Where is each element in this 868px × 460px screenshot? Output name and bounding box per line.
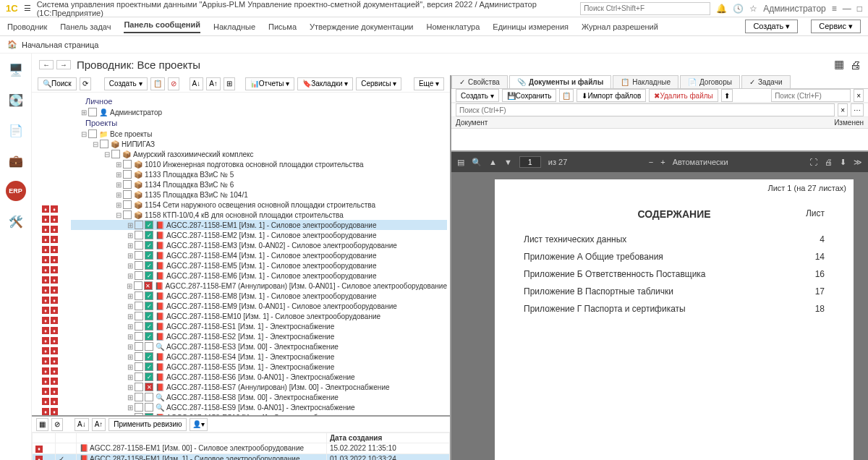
rt-icon[interactable]: 📋 <box>559 89 574 102</box>
search2-clear[interactable]: × <box>838 103 848 116</box>
pdf-icon[interactable]: ♦ <box>42 347 49 354</box>
tree-folder[interactable]: ⊞📦1010 Инженерная подготовка основной пл… <box>71 159 447 169</box>
tree-doc[interactable]: ⊞✓📕AGCC.287-1158-ES4 [Изм. 1] - Электрос… <box>71 352 447 362</box>
nav-forward[interactable]: → <box>56 60 71 69</box>
pdf-icon[interactable]: ♦ <box>42 357 49 365</box>
rtab-invoices[interactable]: 📋 Накладные <box>613 75 678 88</box>
pdf-zoom-out[interactable]: − <box>649 158 653 166</box>
pdf-icon[interactable]: ♦ <box>42 327 49 334</box>
create-dropdown[interactable]: Создать ▾ <box>104 77 148 90</box>
pdf-icon[interactable]: ♦ <box>51 357 58 365</box>
pdf-icon[interactable]: ♦ <box>42 226 49 233</box>
tree-folder[interactable]: ⊞📦1133 Площадка ВЗиС № 5 <box>71 169 447 179</box>
nav-back[interactable]: ← <box>39 60 54 69</box>
pdf-icon[interactable]: ♦ <box>42 216 49 223</box>
service-button[interactable]: Сервис ▾ <box>811 20 861 33</box>
tree-doc[interactable]: ⊞✓📕AGCC.287-1158-EM9 [Изм. 0-AN01] - Сил… <box>71 301 447 311</box>
pdf-icon[interactable]: ♦ <box>51 398 58 405</box>
view-icon-1[interactable]: ▦ <box>834 58 844 71</box>
tree-doc[interactable]: ⊞✓📕AGCC.287-1158-EM5 [Изм. 1] - Силовое … <box>71 260 447 271</box>
create-button[interactable]: Создать ▾ <box>745 20 798 33</box>
pdf-icon[interactable]: ♦ <box>51 408 58 415</box>
pdf-icon[interactable]: ♦ <box>42 266 49 273</box>
tree-all-projects[interactable]: Все проекты <box>109 130 152 138</box>
tab-units[interactable]: Единицы измерения <box>493 22 569 31</box>
rt-search-input[interactable] <box>771 89 851 102</box>
tree-amur[interactable]: Амурский газохимический комплекс <box>132 150 254 158</box>
bookmarks-dropdown[interactable]: 🔖 Закладки ▾ <box>297 77 353 90</box>
pdf-icon[interactable]: ♦ <box>51 286 58 294</box>
rtab-docs[interactable]: 📎 Документы и файлы <box>509 75 611 88</box>
admin-label[interactable]: Администратор <box>763 4 826 14</box>
pdf-icon[interactable]: ♦ <box>42 408 49 415</box>
tab-invoices[interactable]: Накладные <box>213 22 255 31</box>
revision-row[interactable]: ♦✓📕 AGCC.287-1158-EM1 [Изм. 1] - Силовое… <box>33 453 450 460</box>
sort-az-icon[interactable]: A↓ <box>190 77 204 90</box>
tree-folder[interactable]: ⊞📦1134 Площадка ВЗиС № 6 <box>71 179 447 189</box>
sort-za-icon[interactable]: A↑ <box>206 77 221 90</box>
document-icon[interactable]: 📄 <box>6 120 26 140</box>
maximize-icon[interactable]: □ <box>857 4 862 14</box>
services-dropdown[interactable]: Сервисы ▾ <box>356 77 401 90</box>
rt-search-clear[interactable]: × <box>854 89 864 102</box>
rtab-tasks[interactable]: ✓ Задачи <box>741 75 791 88</box>
pdf-icon[interactable]: ♦ <box>42 276 49 284</box>
tab-nomenclature[interactable]: Номенклатура <box>427 22 480 31</box>
apply-revision-button[interactable]: Применить ревизию <box>109 418 187 431</box>
pdf-icon[interactable]: ♦ <box>51 307 58 314</box>
pdf-icon[interactable]: ♦ <box>42 337 49 344</box>
project-tree[interactable]: Личное ⊞👤Администратор Проекты ⊟📁Все про… <box>68 93 450 415</box>
pdf-icon[interactable]: ♦ <box>51 347 58 354</box>
tree-folder[interactable]: ⊞📦1135 Площадка ВЗиС № 104/1 <box>71 189 447 200</box>
menu-icon[interactable]: ☰ <box>24 4 31 13</box>
pdf-icon[interactable]: ♦ <box>51 317 58 324</box>
rt-import[interactable]: ⬇ Импорт файлов <box>576 89 646 102</box>
tree-doc[interactable]: ⊞🔍AGCC.287-1158-ES9 [Изм. 0-AN01] - Элек… <box>71 402 447 412</box>
delete-icon[interactable]: ⊘ <box>168 77 179 90</box>
rev-sort-az[interactable]: A↓ <box>75 418 89 431</box>
pdf-search-icon[interactable]: 🔍 <box>472 158 482 167</box>
global-search-input[interactable] <box>580 2 710 15</box>
pdf-print-icon[interactable]: 🖨 <box>825 158 833 166</box>
pdf-icon[interactable]: ♦ <box>51 276 58 284</box>
settings-icon[interactable]: ≡ <box>832 4 837 14</box>
pdf-prev-icon[interactable]: ▲ <box>489 158 497 166</box>
tree-doc[interactable]: ⊞✕📕AGCC.287-1158-EM7 (Аннулирован) [Изм.… <box>71 281 447 291</box>
pdf-icon[interactable]: ♦ <box>42 246 49 253</box>
rtab-contracts[interactable]: 📄 Договоры <box>680 75 740 88</box>
pdf-icon[interactable]: ♦ <box>42 205 49 213</box>
home-icon[interactable]: 🏠 <box>7 40 17 49</box>
pdf-icon[interactable]: ♦ <box>42 256 49 263</box>
search-button[interactable]: 🔍 Поиск <box>38 77 77 90</box>
rt-export-icon[interactable]: ⬆ <box>721 89 733 102</box>
pdf-icon[interactable]: ♦ <box>51 205 58 213</box>
briefcase-icon[interactable]: 💼 <box>6 150 26 171</box>
tab-explorer[interactable]: Проводник <box>7 22 47 31</box>
tree-doc[interactable]: ⊞✓📕AGCC.287-1158-ES1 [Изм. 1] - Электрос… <box>71 321 447 331</box>
erp-icon[interactable]: ERP <box>6 181 26 201</box>
tree-admin[interactable]: Администратор <box>109 108 162 116</box>
pdf-download-icon[interactable]: ⬇ <box>840 158 846 167</box>
tree-icon[interactable]: ⊞ <box>224 77 235 90</box>
revision-row[interactable]: ♦📕 AGCC.287-1158-EM1 [Изм. 00] - Силовое… <box>33 443 450 454</box>
rt-save[interactable]: 💾 Сохранить <box>502 89 557 102</box>
pdf-icon[interactable]: ♦ <box>51 367 58 375</box>
pdf-icon[interactable]: ♦ <box>51 297 58 304</box>
tab-messages[interactable]: Панель сообщений <box>124 20 200 33</box>
pdf-page-input[interactable] <box>519 156 541 168</box>
view-icon-2[interactable]: 🖨 <box>850 59 861 71</box>
pdf-icon[interactable]: ♦ <box>51 246 58 253</box>
pdf-zoom-in[interactable]: + <box>660 158 665 166</box>
pdf-sidebar-icon[interactable]: ▤ <box>457 158 464 167</box>
pdf-icon[interactable]: ♦ <box>51 236 58 243</box>
tree-doc[interactable]: ⊞✓📕AGCC.287-1158-EM8 [Изм. 1] - Силовое … <box>71 291 447 301</box>
pdf-more-icon[interactable]: ≫ <box>854 158 862 167</box>
rev-sort-za[interactable]: A↑ <box>92 418 106 431</box>
refresh-icon[interactable]: ⟳ <box>80 77 91 90</box>
pdf-icon[interactable]: ♦ <box>51 337 58 344</box>
tree-doc[interactable]: ⊞✓📕AGCC.287-1158-EM10 [Изм. 1] - Силовое… <box>71 311 447 321</box>
minimize-icon[interactable]: ― <box>843 4 851 14</box>
pdf-icon[interactable]: ♦ <box>42 317 49 324</box>
tree-doc[interactable]: ⊞✕📕AGCC.287-1158-ES7 (Аннулирован) [Изм.… <box>71 382 447 392</box>
pdf-icon[interactable]: ♦ <box>42 236 49 243</box>
